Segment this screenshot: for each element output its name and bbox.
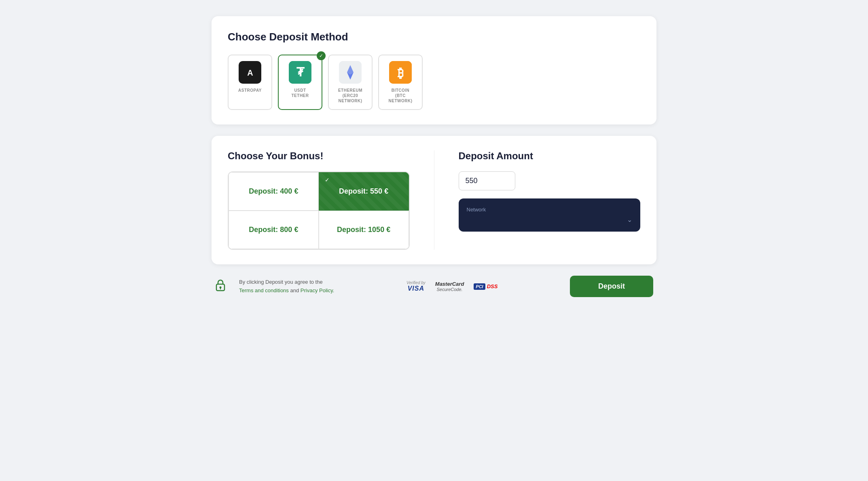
network-select-row: ⌄: [467, 216, 633, 224]
deposit-method-title: Choose Deposit Method: [228, 31, 640, 43]
footer-disclaimer: By clicking Deposit you agree to the Ter…: [239, 278, 334, 295]
amount-input[interactable]: [459, 171, 515, 190]
deposit-section: Deposit Amount Network ⌄: [434, 150, 641, 250]
method-bitcoin[interactable]: ₿ BITCOIN (BTC NETWORK): [378, 55, 423, 110]
bonus-label-800: Deposit: 800 €: [249, 226, 298, 234]
deposit-method-card: Choose Deposit Method A ASTROPAY ✓ ₮ USD…: [212, 16, 656, 124]
method-usdt[interactable]: ✓ ₮ USDT TETHER: [278, 55, 322, 110]
eth-icon: [339, 61, 362, 84]
bonus-option-400[interactable]: Deposit: 400 €: [229, 172, 319, 211]
deposit-amount-title: Deposit Amount: [459, 150, 641, 162]
privacy-link[interactable]: Privacy Policy.: [301, 287, 334, 293]
deposit-button[interactable]: Deposit: [570, 276, 653, 297]
mastercard-logo: MasterCard SecureCode.: [435, 281, 464, 292]
chevron-down-icon[interactable]: ⌄: [627, 216, 632, 224]
svg-text:₿: ₿: [398, 66, 404, 80]
usdt-check: ✓: [317, 51, 326, 60]
terms-link[interactable]: Terms and conditions: [239, 287, 289, 293]
bonus-label-550: Deposit: 550 €: [339, 187, 388, 196]
bonus-title: Choose Your Bonus!: [228, 150, 410, 162]
lock-icon: [215, 278, 226, 294]
methods-row: A ASTROPAY ✓ ₮ USDT TETHER: [228, 55, 640, 110]
bonus-option-800[interactable]: Deposit: 800 €: [229, 211, 319, 249]
footer-bar: By clicking Deposit you agree to the Ter…: [212, 276, 656, 297]
bonus-option-550[interactable]: ✓ Deposit: 550 €: [319, 172, 409, 211]
bonus-grid: Deposit: 400 € ✓ Deposit: 550 € Deposit:…: [228, 171, 410, 250]
bonus-check-550: ✓: [325, 177, 330, 183]
svg-text:₮: ₮: [296, 65, 305, 79]
bonus-option-1050[interactable]: Deposit: 1050 €: [319, 211, 409, 249]
trust-logos: Verified by VISA MasterCard SecureCode. …: [347, 281, 557, 292]
bonus-label-1050: Deposit: 1050 €: [337, 226, 390, 234]
bonus-label-400: Deposit: 400 €: [249, 187, 298, 196]
btc-icon: ₿: [389, 61, 412, 84]
astropay-label: ASTROPAY: [238, 88, 262, 93]
pci-dss-logo: PCI DSS: [474, 283, 498, 290]
method-astropay[interactable]: A ASTROPAY: [228, 55, 272, 110]
network-label: Network: [467, 207, 633, 213]
usdt-label: USDT TETHER: [286, 88, 314, 98]
eth-label: ETHEREUM (ERC20 NETWORK): [336, 88, 364, 103]
svg-text:A: A: [247, 68, 253, 77]
usdt-icon: ₮: [289, 61, 311, 84]
btc-label: BITCOIN (BTC NETWORK): [386, 88, 415, 103]
verified-visa-logo: Verified by VISA: [406, 281, 426, 292]
bonus-section: Choose Your Bonus! Deposit: 400 € ✓ Depo…: [228, 150, 434, 250]
method-ethereum[interactable]: ETHEREUM (ERC20 NETWORK): [328, 55, 373, 110]
network-dropdown[interactable]: Network ⌄: [459, 198, 641, 232]
svg-point-10: [220, 287, 222, 289]
astropay-icon: A: [239, 61, 261, 84]
bonus-deposit-card: Choose Your Bonus! Deposit: 400 € ✓ Depo…: [212, 136, 656, 264]
